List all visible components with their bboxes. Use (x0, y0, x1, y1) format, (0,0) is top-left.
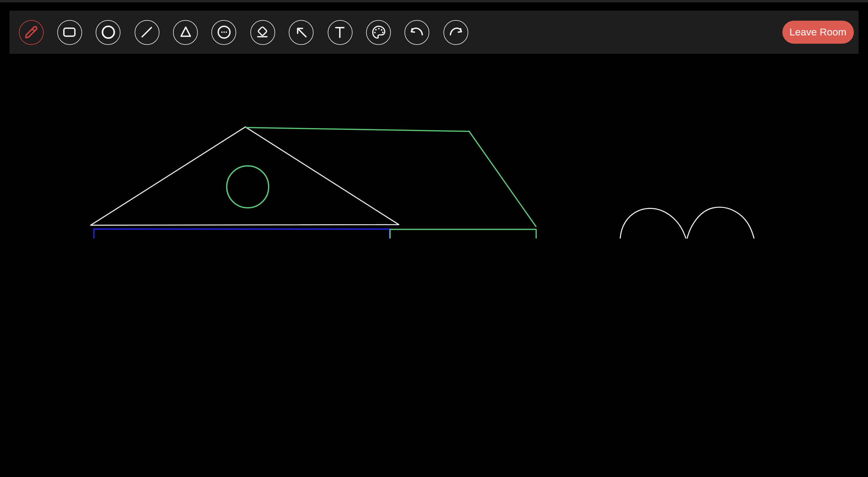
house-roof-extension (246, 128, 536, 226)
palette-icon (370, 24, 387, 41)
tool-redo-button[interactable] (443, 20, 468, 44)
heart-outline (620, 207, 755, 238)
house-extension-rect (390, 229, 536, 238)
pencil-icon (23, 24, 39, 41)
house-body-rect (94, 229, 390, 238)
text-icon (331, 24, 348, 41)
rectangle-icon (61, 24, 78, 41)
tool-triangle-button[interactable] (173, 20, 198, 44)
redo-icon (447, 24, 464, 41)
house-window-circle (227, 166, 269, 208)
line-icon (138, 24, 155, 41)
more-shapes-icon (216, 24, 232, 41)
select-icon (292, 24, 310, 41)
leave-room-button[interactable]: Leave Room (782, 21, 854, 44)
tool-buttons-group (19, 20, 468, 44)
house-roof-triangle (91, 127, 399, 225)
tool-text-button[interactable] (328, 20, 352, 44)
tool-circle-button[interactable] (96, 20, 121, 44)
tool-more-shapes-button[interactable] (212, 20, 237, 44)
tool-undo-button[interactable] (405, 20, 430, 44)
tool-palette-button[interactable] (366, 20, 391, 44)
circle-icon (100, 24, 117, 41)
whiteboard-app: ENTRY Leave Room (0, 0, 868, 238)
eraser-icon (254, 24, 271, 41)
tool-line-button[interactable] (134, 20, 159, 44)
tool-rectangle-button[interactable] (57, 20, 82, 44)
undo-icon (409, 24, 426, 41)
window-top-strip (0, 0, 868, 2)
tool-select-button[interactable] (289, 20, 314, 44)
toolbar: Leave Room (9, 11, 858, 54)
triangle-icon (177, 24, 194, 41)
tool-eraser-button[interactable] (250, 20, 275, 44)
tool-pencil-button[interactable] (19, 20, 43, 44)
